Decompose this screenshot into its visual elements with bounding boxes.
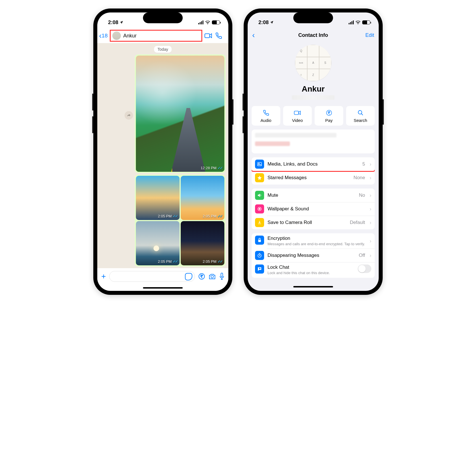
chat-body[interactable]: Today 12:28 PM✓✓ 2:05 PM✓✓ 2:05 PM✓✓ 2:0… xyxy=(97,43,228,268)
date-separator: Today xyxy=(154,46,171,53)
row-lock-chat[interactable]: Lock Chat Lock and hide this chat on thi… xyxy=(252,262,375,278)
nav-bar: ‹ Contact Info Edit xyxy=(248,28,379,42)
lock-icon xyxy=(255,236,264,245)
action-audio[interactable]: Audio xyxy=(252,106,280,126)
action-search[interactable]: Search xyxy=(346,106,375,126)
home-indicator[interactable] xyxy=(248,283,379,290)
chevron-right-icon: › xyxy=(370,253,371,259)
search-icon xyxy=(357,109,364,116)
wallpaper-icon xyxy=(255,204,264,213)
message-bubble[interactable]: 2:05 PM✓✓ 2:05 PM✓✓ 2:05 PM✓✓ 2:05 PM✓✓ xyxy=(135,175,226,266)
chevron-right-icon: › xyxy=(370,206,371,212)
list-media-starred: Media, Links, and Docs 5 › Starred Messa… xyxy=(252,157,375,185)
back-button[interactable]: ‹ xyxy=(252,31,255,40)
clock: 2:08 xyxy=(258,20,269,26)
svg-rect-13 xyxy=(259,268,261,269)
read-ticks-icon: ✓✓ xyxy=(218,166,222,170)
contact-name: Ankur xyxy=(248,84,379,94)
phone-contact-info: 2:08 ‹ Contact Info Edit xyxy=(244,9,383,295)
action-buttons: Audio Video Pay Search xyxy=(248,102,379,130)
svg-rect-3 xyxy=(221,273,223,277)
svg-rect-7 xyxy=(258,162,262,166)
voice-call-button[interactable] xyxy=(215,32,225,39)
battery-icon xyxy=(362,20,370,24)
row-wallpaper-sound[interactable]: Wallpaper & Sound › xyxy=(252,202,375,216)
sent-image[interactable]: 2:05 PM✓✓ xyxy=(181,176,224,220)
read-ticks-icon: ✓✓ xyxy=(218,214,222,218)
sticker-button[interactable] xyxy=(185,273,192,280)
wifi-icon xyxy=(205,20,210,24)
chevron-right-icon: › xyxy=(370,161,371,167)
read-ticks-icon: ✓✓ xyxy=(173,259,177,264)
message-bubble[interactable]: 12:28 PM✓✓ xyxy=(135,54,226,173)
video-call-button[interactable] xyxy=(205,33,214,39)
page-title: Contact Info xyxy=(298,32,328,38)
row-starred-messages[interactable]: Starred Messages None › xyxy=(252,171,375,185)
attach-button[interactable]: + xyxy=(101,272,106,281)
cellular-icon xyxy=(198,20,203,24)
avatar-small xyxy=(112,31,121,40)
contact-header-button[interactable]: Ankur xyxy=(110,30,202,42)
back-button[interactable]: ‹ 18 xyxy=(99,32,108,40)
star-icon xyxy=(255,173,264,182)
sent-image[interactable]: 12:28 PM✓✓ xyxy=(136,56,224,172)
read-ticks-icon: ✓✓ xyxy=(218,259,222,264)
edit-button[interactable]: Edit xyxy=(365,32,374,38)
clock: 2:08 xyxy=(108,20,118,26)
mic-button[interactable] xyxy=(219,273,224,280)
chevron-right-icon: › xyxy=(370,220,371,226)
sent-image[interactable]: 2:05 PM✓✓ xyxy=(136,221,180,265)
photo-icon xyxy=(255,160,264,169)
svg-point-2 xyxy=(211,276,214,278)
forward-icon[interactable] xyxy=(125,111,133,120)
svg-point-10 xyxy=(259,208,260,210)
location-icon xyxy=(270,20,274,24)
list-security: Encryption Messages and calls are end-to… xyxy=(252,233,375,278)
download-icon xyxy=(255,218,264,227)
chat-lock-icon xyxy=(255,264,264,274)
svg-rect-4 xyxy=(294,111,298,115)
payment-button[interactable] xyxy=(198,273,205,280)
chevron-left-icon: ‹ xyxy=(99,32,102,40)
sent-image[interactable]: 2:05 PM✓✓ xyxy=(136,176,180,220)
row-save-camera-roll[interactable]: Save to Camera Roll Default › xyxy=(252,216,375,229)
home-indicator[interactable] xyxy=(97,285,228,291)
row-disappearing-messages[interactable]: Disappearing Messages Off › xyxy=(252,249,375,262)
wifi-icon xyxy=(355,20,361,24)
row-mute[interactable]: Mute No › xyxy=(252,189,375,202)
timestamp: 12:28 PM xyxy=(201,166,216,170)
location-icon xyxy=(119,20,123,24)
chevron-right-icon: › xyxy=(370,238,371,244)
video-icon xyxy=(294,109,301,116)
speaker-icon xyxy=(255,191,264,200)
battery-icon xyxy=(212,20,220,24)
camera-button[interactable] xyxy=(208,273,216,280)
phone-chat: 2:08 ‹ 18 xyxy=(93,9,232,295)
message-input[interactable] xyxy=(109,271,195,282)
row-encryption[interactable]: Encryption Messages and calls are end-to… xyxy=(252,233,375,249)
sent-image[interactable]: 2:05 PM✓✓ xyxy=(181,221,224,265)
svg-rect-0 xyxy=(205,34,210,38)
contact-name: Ankur xyxy=(123,33,136,39)
profile-section: Q lockAS ⇧Z Ankur xyxy=(248,42,379,102)
row-media-links-docs[interactable]: Media, Links, and Docs 5 › xyxy=(252,157,375,171)
dynamic-island xyxy=(143,12,183,23)
timer-icon xyxy=(255,251,264,260)
action-pay[interactable]: Pay xyxy=(315,106,343,126)
back-count: 18 xyxy=(102,33,108,39)
cellular-icon xyxy=(349,20,354,24)
chevron-right-icon: › xyxy=(370,175,371,181)
phone-icon xyxy=(263,109,269,116)
dynamic-island xyxy=(293,12,333,23)
avatar-large[interactable]: Q lockAS ⇧Z xyxy=(295,45,331,81)
redacted-status-block xyxy=(252,130,375,153)
chevron-right-icon: › xyxy=(370,192,371,198)
redacted-phone xyxy=(292,95,334,100)
read-ticks-icon: ✓✓ xyxy=(173,214,177,218)
message-input-bar: + xyxy=(97,268,228,285)
svg-rect-11 xyxy=(258,240,261,242)
action-video[interactable]: Video xyxy=(283,106,312,126)
list-settings: Mute No › Wallpaper & Sound › Save to Ca… xyxy=(252,189,375,229)
chat-header: ‹ 18 Ankur xyxy=(97,28,228,43)
lock-chat-toggle[interactable] xyxy=(358,264,371,273)
